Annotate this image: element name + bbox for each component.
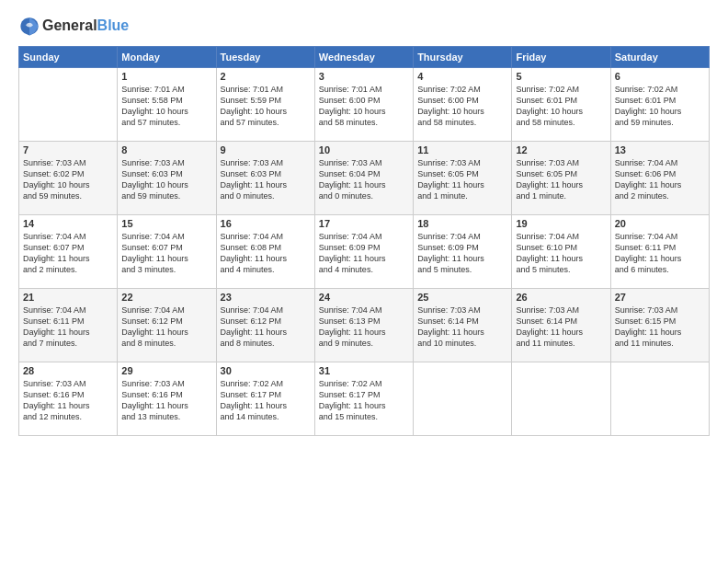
weekday-header-monday: Monday	[118, 47, 216, 68]
day-number: 21	[23, 292, 113, 303]
day-number: 16	[221, 218, 311, 229]
cell-info: Sunrise: 7:04 AM Sunset: 6:09 PM Dayligh…	[417, 231, 507, 276]
day-number: 13	[615, 144, 705, 155]
calendar-cell: 31Sunrise: 7:02 AM Sunset: 6:17 PM Dayli…	[314, 362, 413, 436]
logo-general: General	[42, 17, 97, 33]
cell-info: Sunrise: 7:01 AM Sunset: 6:00 PM Dayligh…	[319, 84, 409, 129]
cell-info: Sunrise: 7:04 AM Sunset: 6:06 PM Dayligh…	[615, 157, 705, 202]
calendar-cell: 1Sunrise: 7:01 AM Sunset: 5:58 PM Daylig…	[118, 68, 216, 142]
day-number: 4	[417, 71, 507, 82]
day-number: 19	[516, 218, 606, 229]
calendar-cell: 20Sunrise: 7:04 AM Sunset: 6:11 PM Dayli…	[610, 215, 709, 289]
cell-info: Sunrise: 7:04 AM Sunset: 6:12 PM Dayligh…	[121, 304, 211, 350]
cell-info: Sunrise: 7:03 AM Sunset: 6:04 PM Dayligh…	[319, 157, 409, 202]
calendar-week-row: 14Sunrise: 7:04 AM Sunset: 6:07 PM Dayli…	[19, 215, 710, 289]
weekday-header-sunday: Sunday	[19, 47, 118, 68]
calendar-cell: 30Sunrise: 7:02 AM Sunset: 6:17 PM Dayli…	[216, 362, 314, 436]
day-number: 22	[121, 292, 211, 303]
cell-info: Sunrise: 7:04 AM Sunset: 6:07 PM Dayligh…	[23, 231, 113, 276]
cell-info: Sunrise: 7:03 AM Sunset: 6:14 PM Dayligh…	[516, 304, 606, 350]
calendar-cell: 25Sunrise: 7:03 AM Sunset: 6:14 PM Dayli…	[414, 289, 512, 362]
weekday-header-tuesday: Tuesday	[216, 47, 314, 68]
cell-info: Sunrise: 7:03 AM Sunset: 6:03 PM Dayligh…	[121, 157, 211, 202]
day-number: 23	[221, 292, 311, 303]
weekday-header-friday: Friday	[512, 47, 610, 68]
day-number: 25	[417, 292, 507, 303]
calendar-cell: 19Sunrise: 7:04 AM Sunset: 6:10 PM Dayli…	[512, 215, 610, 289]
calendar-cell: 5Sunrise: 7:02 AM Sunset: 6:01 PM Daylig…	[512, 68, 610, 142]
day-number: 2	[221, 71, 311, 82]
calendar-cell: 29Sunrise: 7:03 AM Sunset: 6:16 PM Dayli…	[118, 362, 216, 436]
calendar-cell: 10Sunrise: 7:03 AM Sunset: 6:04 PM Dayli…	[314, 142, 413, 215]
cell-info: Sunrise: 7:02 AM Sunset: 6:17 PM Dayligh…	[221, 378, 311, 423]
day-number: 6	[615, 71, 705, 82]
calendar-cell: 2Sunrise: 7:01 AM Sunset: 5:59 PM Daylig…	[216, 68, 314, 142]
logo-icon	[18, 15, 40, 37]
calendar-cell: 8Sunrise: 7:03 AM Sunset: 6:03 PM Daylig…	[118, 142, 216, 215]
calendar-cell: 9Sunrise: 7:03 AM Sunset: 6:03 PM Daylig…	[216, 142, 314, 215]
calendar-cell: 4Sunrise: 7:02 AM Sunset: 6:00 PM Daylig…	[414, 68, 512, 142]
calendar-cell	[512, 362, 610, 436]
cell-info: Sunrise: 7:04 AM Sunset: 6:08 PM Dayligh…	[221, 231, 311, 276]
cell-info: Sunrise: 7:02 AM Sunset: 6:17 PM Dayligh…	[319, 378, 409, 423]
day-number: 15	[121, 218, 211, 229]
day-number: 11	[417, 144, 507, 155]
cell-info: Sunrise: 7:03 AM Sunset: 6:05 PM Dayligh…	[516, 157, 606, 202]
day-number: 17	[319, 218, 409, 229]
day-number: 31	[319, 365, 409, 376]
cell-info: Sunrise: 7:03 AM Sunset: 6:02 PM Dayligh…	[23, 157, 113, 202]
calendar-cell: 17Sunrise: 7:04 AM Sunset: 6:09 PM Dayli…	[314, 215, 413, 289]
calendar-cell: 18Sunrise: 7:04 AM Sunset: 6:09 PM Dayli…	[414, 215, 512, 289]
day-number: 3	[319, 71, 409, 82]
calendar-cell: 3Sunrise: 7:01 AM Sunset: 6:00 PM Daylig…	[314, 68, 413, 142]
calendar-cell	[19, 68, 118, 142]
calendar-week-row: 21Sunrise: 7:04 AM Sunset: 6:11 PM Dayli…	[19, 289, 710, 362]
calendar-week-row: 28Sunrise: 7:03 AM Sunset: 6:16 PM Dayli…	[19, 362, 710, 436]
calendar-table: SundayMondayTuesdayWednesdayThursdayFrid…	[18, 46, 710, 436]
cell-info: Sunrise: 7:03 AM Sunset: 6:05 PM Dayligh…	[417, 157, 507, 202]
cell-info: Sunrise: 7:04 AM Sunset: 6:12 PM Dayligh…	[221, 304, 311, 350]
calendar-cell: 11Sunrise: 7:03 AM Sunset: 6:05 PM Dayli…	[414, 142, 512, 215]
calendar-cell: 27Sunrise: 7:03 AM Sunset: 6:15 PM Dayli…	[610, 289, 709, 362]
calendar-cell: 16Sunrise: 7:04 AM Sunset: 6:08 PM Dayli…	[216, 215, 314, 289]
logo-blue: Blue	[97, 17, 130, 33]
calendar-cell: 23Sunrise: 7:04 AM Sunset: 6:12 PM Dayli…	[216, 289, 314, 362]
calendar-page: GeneralBlue SundayMondayTuesdayWednesday…	[0, 0, 728, 563]
cell-info: Sunrise: 7:02 AM Sunset: 6:01 PM Dayligh…	[516, 84, 606, 129]
cell-info: Sunrise: 7:04 AM Sunset: 6:11 PM Dayligh…	[615, 231, 705, 276]
cell-info: Sunrise: 7:04 AM Sunset: 6:09 PM Dayligh…	[319, 231, 409, 276]
calendar-cell	[610, 362, 709, 436]
day-number: 9	[221, 144, 311, 155]
cell-info: Sunrise: 7:02 AM Sunset: 6:01 PM Dayligh…	[615, 84, 705, 129]
day-number: 5	[516, 71, 606, 82]
calendar-cell: 12Sunrise: 7:03 AM Sunset: 6:05 PM Dayli…	[512, 142, 610, 215]
day-number: 26	[516, 292, 606, 303]
weekday-header-row: SundayMondayTuesdayWednesdayThursdayFrid…	[19, 47, 710, 68]
day-number: 1	[121, 71, 211, 82]
cell-info: Sunrise: 7:02 AM Sunset: 6:00 PM Dayligh…	[417, 84, 507, 129]
calendar-cell: 15Sunrise: 7:04 AM Sunset: 6:07 PM Dayli…	[118, 215, 216, 289]
calendar-cell: 6Sunrise: 7:02 AM Sunset: 6:01 PM Daylig…	[610, 68, 709, 142]
day-number: 30	[221, 365, 311, 376]
logo: GeneralBlue	[18, 15, 129, 37]
header: GeneralBlue	[18, 15, 710, 37]
day-number: 14	[23, 218, 113, 229]
calendar-cell: 21Sunrise: 7:04 AM Sunset: 6:11 PM Dayli…	[19, 289, 118, 362]
calendar-cell: 24Sunrise: 7:04 AM Sunset: 6:13 PM Dayli…	[314, 289, 413, 362]
calendar-week-row: 1Sunrise: 7:01 AM Sunset: 5:58 PM Daylig…	[19, 68, 710, 142]
weekday-header-thursday: Thursday	[414, 47, 512, 68]
day-number: 12	[516, 144, 606, 155]
day-number: 29	[121, 365, 211, 376]
cell-info: Sunrise: 7:01 AM Sunset: 5:58 PM Dayligh…	[121, 84, 211, 129]
day-number: 24	[319, 292, 409, 303]
calendar-cell	[414, 362, 512, 436]
calendar-cell: 13Sunrise: 7:04 AM Sunset: 6:06 PM Dayli…	[610, 142, 709, 215]
calendar-cell: 28Sunrise: 7:03 AM Sunset: 6:16 PM Dayli…	[19, 362, 118, 436]
cell-info: Sunrise: 7:04 AM Sunset: 6:07 PM Dayligh…	[121, 231, 211, 276]
cell-info: Sunrise: 7:03 AM Sunset: 6:16 PM Dayligh…	[23, 378, 113, 423]
day-number: 20	[615, 218, 705, 229]
calendar-cell: 26Sunrise: 7:03 AM Sunset: 6:14 PM Dayli…	[512, 289, 610, 362]
weekday-header-saturday: Saturday	[610, 47, 709, 68]
day-number: 10	[319, 144, 409, 155]
calendar-cell: 14Sunrise: 7:04 AM Sunset: 6:07 PM Dayli…	[19, 215, 118, 289]
